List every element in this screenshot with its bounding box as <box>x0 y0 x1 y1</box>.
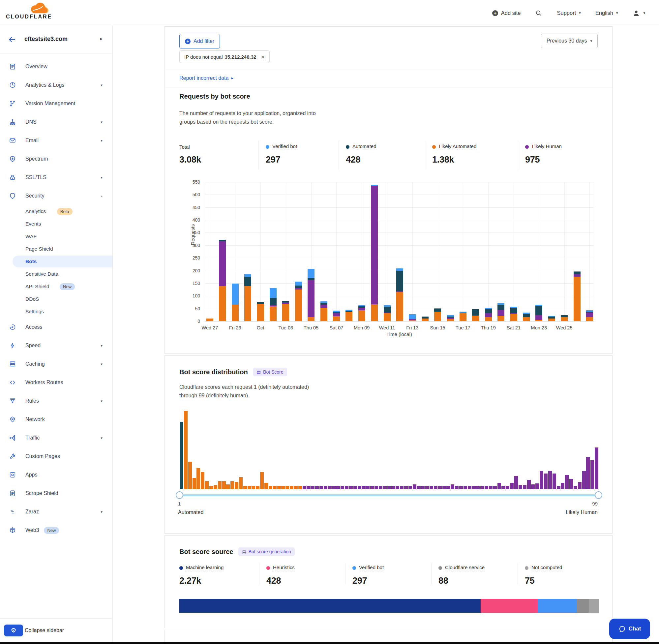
slider-handle-min[interactable] <box>176 491 183 499</box>
sidebar-item-web3[interactable]: Web3New <box>0 521 112 539</box>
sidebar-item-zaraz[interactable]: Zaraz▾ <box>0 503 112 521</box>
sidebar-item-analytics-logs[interactable]: Analytics & Logs▾ <box>0 76 112 94</box>
sidebar-subitem-page-shield[interactable]: Page Shield <box>0 243 112 255</box>
histogram-bar <box>324 486 327 489</box>
chat-button[interactable]: Chat <box>609 619 650 639</box>
sidebar-subitem-sensitive-data[interactable]: Sensitive Data <box>0 268 112 280</box>
sidebar-item-custom-pages[interactable]: Custom Pages <box>0 447 112 466</box>
legend-dot <box>179 566 183 570</box>
slider-handle-max[interactable] <box>595 491 602 499</box>
sidebar-item-version-management[interactable]: Version Management <box>0 94 112 113</box>
histogram-bar <box>340 486 344 489</box>
sidebar-item-label: Version Management <box>25 100 75 107</box>
sidebar-item-speed[interactable]: Speed▾ <box>0 336 112 355</box>
bar-segment-likely-automated <box>396 292 403 321</box>
sidebar-item-rules[interactable]: Rules▾ <box>0 392 112 410</box>
caching-icon <box>9 361 16 368</box>
histogram-bar <box>315 486 319 489</box>
account-menu[interactable]: ▾ <box>632 9 645 17</box>
section-title: Bot score distribution <box>179 368 248 376</box>
sidebar-item-spectrum[interactable]: Spectrum <box>0 150 112 168</box>
y-tick-label: 150 <box>184 281 200 286</box>
bar-segment-likely-human <box>409 319 416 320</box>
gridline <box>463 182 463 321</box>
sidebar-item-dns[interactable]: DNS▾ <box>0 113 112 131</box>
source-bar-segment-cloudflare-service <box>577 599 588 613</box>
bar-segment-verified-bot <box>497 303 504 305</box>
ssl-icon <box>9 174 16 181</box>
bar-segment-likely-automated <box>371 304 378 321</box>
histogram-bar <box>222 481 226 489</box>
divider <box>345 563 346 584</box>
sidebar-subitem-events[interactable]: Events <box>0 217 112 230</box>
bar-segment-automated <box>358 306 365 307</box>
rules-icon <box>9 397 16 405</box>
sidebar-subitem-api-shield[interactable]: API ShieldNew <box>0 280 112 293</box>
stat-value: 428 <box>266 576 295 586</box>
histogram-bar <box>429 486 433 489</box>
bar-segment-likely-human <box>485 313 492 318</box>
bar-segment-automated <box>535 306 542 315</box>
histogram-bar <box>231 481 234 489</box>
score-range-slider[interactable] <box>179 494 599 496</box>
email-icon <box>9 137 16 144</box>
bar-segment-verified-bot <box>232 283 239 305</box>
bar-segment-likely-automated <box>333 316 340 321</box>
sidebar-item-security[interactable]: Security▴ <box>0 187 112 205</box>
screenshot-bottom-edge <box>0 642 659 644</box>
sidebar-subitem-analytics[interactable]: AnalyticsBeta <box>0 205 112 217</box>
apps-icon <box>9 471 16 479</box>
sidebar-item-overview[interactable]: Overview <box>0 58 112 76</box>
sidebar-subitem-bots[interactable]: Bots <box>0 255 112 268</box>
sidebar-subitem-settings[interactable]: Settings <box>0 305 112 318</box>
histogram-bar <box>214 485 217 489</box>
bot-score-badge[interactable]: ▤ Bot Score <box>253 368 287 376</box>
language-menu[interactable]: English ▾ <box>595 10 618 16</box>
bar-segment-verified-bot <box>434 308 441 309</box>
sidebar-item-label: Email <box>25 138 39 143</box>
bar-segment-verified-bot <box>409 314 416 319</box>
histogram-bar <box>565 475 569 489</box>
sidebar-subitem-ddos[interactable]: DDoS <box>0 293 112 305</box>
bar-segment-likely-human <box>358 308 365 310</box>
histogram-bar <box>527 480 531 489</box>
site-selector: cftestsite3.com ▸ <box>0 26 112 53</box>
bar-segment-automated <box>561 315 568 317</box>
sidebar-subitem-waf[interactable]: WAF <box>0 230 112 243</box>
chevron-down-icon: ▾ <box>100 176 102 180</box>
bar-segment-likely-automated <box>409 320 416 321</box>
histogram-bar <box>400 486 403 489</box>
histogram-bar <box>180 422 183 489</box>
requests-bar-chart: 050100150200250300350400450500550Wed 27F… <box>165 27 613 354</box>
sidebar-item-network[interactable]: Network <box>0 410 112 429</box>
histogram-bar <box>273 486 277 489</box>
gridline <box>413 182 413 321</box>
zaraz-icon <box>9 508 16 515</box>
sidebar-item-email[interactable]: Email▾ <box>0 131 112 150</box>
chevron-right-icon[interactable]: ▸ <box>100 36 102 41</box>
sidebar-item-workers-routes[interactable]: Workers Routes <box>0 373 112 392</box>
bar-segment-verified-bot <box>586 310 593 312</box>
sidebar-item-traffic[interactable]: Traffic▾ <box>0 429 112 447</box>
settings-gear-button[interactable]: ⚙ <box>4 624 23 637</box>
sidebar-subitem-label: Sensitive Data <box>25 271 58 277</box>
bar-segment-likely-human <box>497 310 504 316</box>
sidebar-item-access[interactable]: Access <box>0 318 112 336</box>
add-site-button[interactable]: + Add site <box>492 10 521 16</box>
back-arrow-icon[interactable] <box>8 35 17 45</box>
new-badge: New <box>60 283 75 290</box>
histogram-bar <box>375 486 378 489</box>
support-menu[interactable]: Support ▾ <box>557 10 581 16</box>
sidebar-subitem-label: DDoS <box>25 296 39 302</box>
bot-score-generation-badge[interactable]: ▤ Bot score generation <box>238 547 295 556</box>
sidebar-item-apps[interactable]: Apps <box>0 466 112 484</box>
bar-segment-likely-automated <box>257 304 264 321</box>
bar-segment-likely-automated <box>282 304 289 321</box>
bar-segment-verified-bot <box>346 309 352 311</box>
collapse-sidebar-button[interactable]: Collapse sidebar <box>25 627 64 634</box>
sidebar-item-caching[interactable]: Caching▾ <box>0 355 112 373</box>
search-icon[interactable] <box>535 9 542 17</box>
source-bar-segment-machine-learning <box>179 599 481 613</box>
sidebar-item-ssl-tls[interactable]: SSL/TLS▾ <box>0 168 112 187</box>
sidebar-item-scrape-shield[interactable]: Scrape Shield <box>0 484 112 503</box>
